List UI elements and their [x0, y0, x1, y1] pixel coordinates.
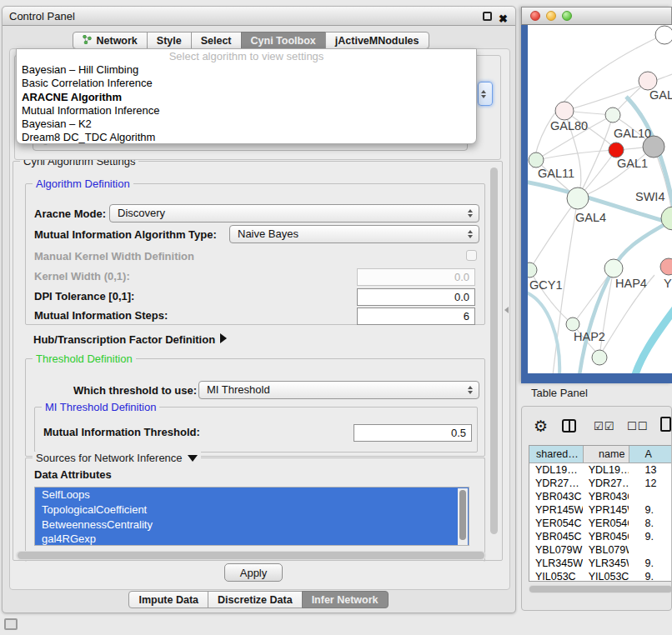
network-node-gal80[interactable] [555, 102, 574, 120]
kernel-width-field[interactable] [357, 268, 475, 286]
tab-select[interactable]: Select [191, 32, 242, 49]
network-node[interactable] [592, 350, 607, 365]
which-threshold-label: Which threshold to use: [73, 384, 197, 397]
column-header-shared[interactable]: shared… [529, 446, 584, 462]
table-cell: 9. [629, 557, 672, 570]
network-node-gal4[interactable] [567, 188, 589, 209]
attribute-item-gal4rgexp[interactable]: gal4RGexp [35, 532, 469, 546]
table-cell: YBR045C [529, 530, 583, 543]
tab-discretize-data[interactable]: Discretize Data [208, 591, 303, 608]
table-row[interactable]: YLR345WYLR345W9. [529, 557, 672, 570]
algorithm-option-aracne-algorithm[interactable]: ARACNE Algorithm [17, 91, 476, 104]
algorithm-option-mutual-information-inference[interactable]: Mutual Information Inference [17, 104, 476, 118]
table-row[interactable]: YER054CYER054C8. [529, 517, 672, 530]
algorithm-definition-group: Algorithm Definition Aracne Mode: Discov… [25, 183, 485, 325]
node-label-swi4: SWI4 [635, 190, 664, 203]
algorithm-combo-spinner-fragment[interactable] [478, 82, 493, 106]
network-node-gal11[interactable] [529, 152, 544, 168]
network-node[interactable] [660, 258, 672, 275]
network-node[interactable] [639, 72, 657, 90]
table-cell: YIL053C [583, 570, 629, 582]
close-window-icon[interactable] [530, 11, 540, 21]
network-node-gcy1[interactable] [528, 262, 537, 278]
algorithm-option-basic-correlation-inference[interactable]: Basic Correlation Inference [17, 77, 476, 90]
network-window-titlebar[interactable] [521, 7, 672, 25]
table-row[interactable]: YBL079WYBL079W [529, 543, 672, 557]
mi-steps-field[interactable] [357, 308, 475, 325]
tab-jactivemnodules[interactable]: jActiveMNodules [325, 32, 429, 49]
apply-button[interactable]: Apply [224, 563, 283, 582]
node-label-gcy1: GCY1 [529, 278, 563, 292]
tab-network[interactable]: Network [73, 32, 147, 49]
table-cell: YBR043C [529, 490, 583, 503]
control-panel: Control Panel ✖ NetworkStyleSelectCyni T… [2, 6, 516, 613]
dpi-tolerance-field[interactable] [357, 288, 475, 306]
tab-impute-data[interactable]: Impute Data [128, 591, 208, 608]
table-row[interactable]: YBR045CYBR045C9. [529, 530, 672, 543]
mi-threshold-label: Mutual Information Threshold: [43, 426, 200, 438]
settings-vertical-scrollbar[interactable] [489, 166, 499, 556]
scrollbar-thumb[interactable] [18, 552, 484, 559]
node-label-hap4: HAP4 [615, 277, 647, 290]
table-row[interactable]: YPR145WYPR145W9. [529, 503, 672, 517]
attribute-item-betweennesscentrality[interactable]: BetweennessCentrality [35, 518, 469, 532]
sources-group: Sources for Network Inference Data Attri… [25, 458, 485, 562]
close-panel-icon[interactable]: ✖ [499, 9, 508, 28]
minimize-window-icon[interactable] [546, 11, 556, 21]
collapsed-panel-icon[interactable] [4, 618, 18, 630]
algorithm-option-dream8-dc-tdc-algorithm[interactable]: Dream8 DC_TDC Algorithm [17, 131, 476, 144]
tab-style[interactable]: Style [147, 32, 192, 49]
network-node-hap2[interactable] [566, 318, 579, 331]
float-panel-icon[interactable] [483, 12, 492, 21]
column-header-a[interactable]: A [629, 446, 672, 462]
aracne-mode-label: Aracne Mode: [34, 208, 106, 220]
columns-icon[interactable] [562, 419, 576, 432]
export-table-icon[interactable] [660, 417, 671, 432]
algorithm-option-bayesian-hill-climbing[interactable]: Bayesian – Hill Climbing [17, 63, 476, 77]
manual-kernel-checkbox[interactable] [466, 250, 477, 261]
attribute-item-topologicalcoefficient[interactable]: TopologicalCoefficient [35, 502, 469, 518]
hide-columns-icon[interactable]: ☐☐ [627, 420, 648, 432]
algorithm-option-bayesian-k2[interactable]: Bayesian – K2 [17, 118, 476, 131]
network-node[interactable] [655, 26, 672, 44]
network-node-gal10[interactable] [605, 108, 620, 122]
show-columns-icon[interactable]: ☑☑ [594, 420, 614, 432]
table-cell: YPR145W [583, 503, 629, 517]
table-horizontal-scrollbar[interactable] [529, 585, 672, 593]
attributes-scrollbar[interactable] [458, 488, 468, 546]
which-threshold-combo[interactable]: MI Threshold [198, 381, 479, 399]
network-node-gal1[interactable] [609, 142, 624, 158]
zoom-window-icon[interactable] [562, 11, 572, 21]
sources-legend[interactable]: Sources for Network Inference [33, 452, 201, 464]
column-header-name[interactable]: name [584, 446, 630, 462]
network-edge[interactable] [529, 198, 578, 270]
control-panel-titlebar[interactable]: Control Panel ✖ [3, 7, 515, 26]
table-row[interactable]: YIL053CYIL053C9. [529, 570, 672, 582]
cyni-bottom-tab-bar: Impute DataDiscretize DataInfer Network [3, 591, 515, 608]
mi-type-combo[interactable]: Naive Bayes [229, 225, 479, 243]
attribute-item-selfloops[interactable]: SelfLoops [35, 488, 469, 502]
aracne-mode-value: Discovery [118, 207, 165, 219]
network-canvas[interactable]: GALGAL80GAL10GAL1GAL11SWI4GAL4GCY1HAP4YH… [528, 25, 672, 373]
network-edge[interactable] [536, 150, 616, 160]
table-row[interactable]: YBR043CYBR043C [529, 490, 672, 503]
network-node-hap4[interactable] [604, 259, 623, 278]
aracne-mode-combo[interactable]: Discovery [109, 204, 479, 222]
network-edge[interactable] [634, 305, 672, 373]
panel-resize-grip[interactable] [504, 307, 509, 313]
tab-infer-network[interactable]: Infer Network [302, 591, 389, 608]
hub-tf-section-toggle[interactable]: Hub/Transcription Factor Definition [33, 333, 227, 346]
table-cell: YLR345W [529, 557, 583, 570]
settings-horizontal-scrollbar[interactable] [16, 551, 486, 560]
spinner-arrows-icon [468, 230, 473, 238]
scrollbar-thumb[interactable] [459, 490, 466, 540]
mi-threshold-field[interactable] [354, 424, 472, 442]
tab-cyni-toolbox[interactable]: Cyni Toolbox [241, 32, 326, 49]
table-row[interactable]: YDL19…YDL19…13 [529, 463, 672, 477]
table-row[interactable]: YDR27…YDR27…12 [529, 477, 672, 490]
gear-icon[interactable]: ⚙ [534, 417, 548, 436]
tab-label: Impute Data [138, 594, 198, 606]
scrollbar-thumb[interactable] [490, 168, 498, 534]
scrollbar-thumb[interactable] [529, 586, 672, 592]
tab-label: Discretize Data [218, 594, 293, 606]
